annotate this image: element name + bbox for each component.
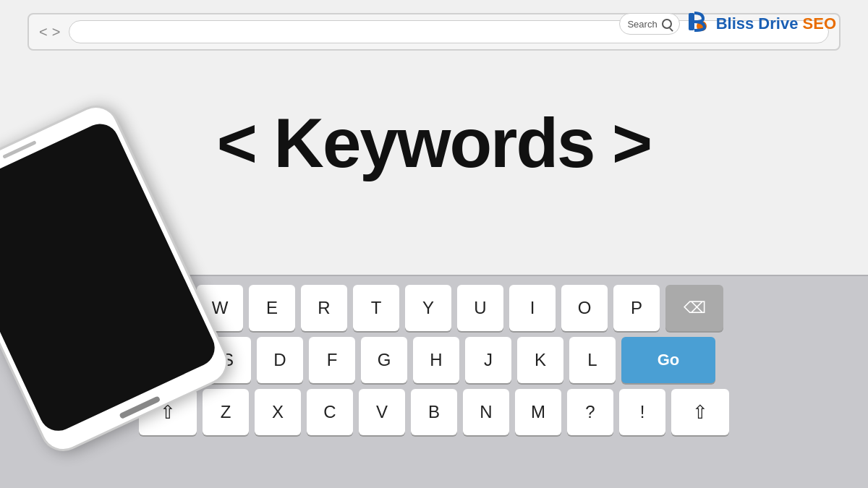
search-icon — [662, 19, 672, 29]
key-d[interactable]: D — [257, 337, 303, 383]
key-k[interactable]: K — [517, 337, 563, 383]
forward-button[interactable]: > — [52, 25, 61, 39]
key-n[interactable]: N — [463, 389, 509, 435]
key-z[interactable]: Z — [203, 389, 249, 435]
key-r[interactable]: R — [301, 285, 347, 331]
key-c[interactable]: C — [307, 389, 353, 435]
key-u[interactable]: U — [457, 285, 503, 331]
key-b[interactable]: B — [411, 389, 457, 435]
key-h[interactable]: H — [413, 337, 459, 383]
key-exclamation[interactable]: ! — [619, 389, 665, 435]
shift-key-right[interactable]: ⇧ — [671, 389, 729, 435]
logo-text: Bliss Drive SEO — [716, 16, 836, 32]
logo-seo: SEO — [803, 14, 836, 33]
backspace-key[interactable]: ⌫ — [665, 285, 723, 331]
key-j[interactable]: J — [465, 337, 511, 383]
key-y[interactable]: Y — [405, 285, 451, 331]
key-p[interactable]: P — [613, 285, 660, 331]
key-m[interactable]: M — [515, 389, 561, 435]
key-i[interactable]: I — [509, 285, 556, 331]
shift-icon-right: ⇧ — [692, 401, 708, 424]
search-box[interactable]: Search — [619, 13, 679, 35]
logo-bliss: Bliss — [716, 14, 754, 33]
key-f[interactable]: F — [309, 337, 355, 383]
key-e[interactable]: E — [249, 285, 295, 331]
backspace-icon: ⌫ — [684, 299, 706, 317]
back-button[interactable]: < — [39, 25, 48, 39]
key-v[interactable]: V — [359, 389, 405, 435]
go-key[interactable]: Go — [621, 337, 715, 383]
logo-drive: Drive — [758, 14, 798, 33]
brand-logo: Bliss Drive SEO — [686, 10, 836, 38]
search-placeholder: Search — [627, 19, 657, 30]
key-o[interactable]: O — [561, 285, 608, 331]
logo-area: Search Bliss Drive SEO — [619, 10, 836, 38]
key-t[interactable]: T — [353, 285, 399, 331]
key-question[interactable]: ? — [567, 389, 613, 435]
key-g[interactable]: G — [361, 337, 407, 383]
svg-rect-1 — [689, 13, 694, 30]
key-l[interactable]: L — [569, 337, 616, 383]
key-x[interactable]: X — [255, 389, 301, 435]
nav-buttons: < > — [39, 25, 60, 39]
bliss-logo-icon — [686, 10, 713, 38]
